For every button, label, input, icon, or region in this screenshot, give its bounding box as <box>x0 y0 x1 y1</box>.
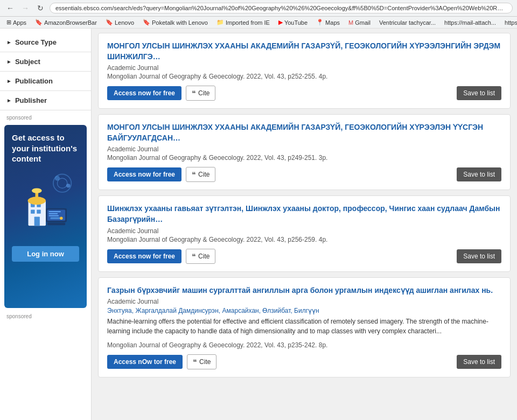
ad-title: Get access to your institution's content <box>12 132 79 164</box>
bookmark-amazon-label: AmazonBrowserBar <box>44 19 97 26</box>
url-text: essentials.ebsco.com/search/eds?query=Mo… <box>55 5 513 11</box>
result-title-1[interactable]: МОНГОЛ УЛСЫН ШИНЖЛЭХ УХААНЫ АКАДЕМИЙН ГА… <box>107 41 501 62</box>
bookmark-mail1-label: https://mail-attach... <box>444 19 496 26</box>
bookmark-ventricular-label: Ventricular tachycar... <box>379 19 436 26</box>
bookmark-amazon[interactable]: 🔖 AmazonBrowserBar <box>33 18 99 27</box>
browser-bar: ← → ↻ essentials.ebsco.com/search/eds?qu… <box>0 0 517 17</box>
bookmark-lenovo[interactable]: 🔖 Lenovo <box>103 18 136 27</box>
filter-publisher[interactable]: ► Publisher <box>0 91 91 110</box>
result-title-4[interactable]: Газрын бүрхэвчийг машин сургалттай ангил… <box>107 285 501 296</box>
bookmark-apps[interactable]: ⊞ Apps <box>4 18 29 27</box>
result-actions-3: Access now for free ❝ Cite Save to list <box>107 249 501 264</box>
bookmark-poketalk-label: Poketalk with Lenovo <box>152 19 208 26</box>
svg-rect-14 <box>47 222 65 225</box>
result-actions-1: Access now for free ❝ Cite Save to list <box>107 86 501 101</box>
filter-publisher-header[interactable]: ► Publisher <box>0 91 91 110</box>
result-type-1: Academic Journal <box>107 64 501 72</box>
save-button-4[interactable]: Save to list <box>457 355 501 369</box>
result-journal-4: Mongolian Journal of Geography & Geoecol… <box>107 341 501 349</box>
svg-point-20 <box>66 184 70 187</box>
filter-subject[interactable]: ► Subject <box>0 52 91 72</box>
svg-point-16 <box>60 216 63 220</box>
access-button-2[interactable]: Access now for free <box>107 167 181 181</box>
svg-rect-4 <box>37 209 40 213</box>
result-author-link-4[interactable]: Энхтуяа, Жаргалдалай Дамдинсурэн, Амарса… <box>107 307 319 314</box>
cite-label-2: Cite <box>198 171 209 178</box>
filter-source-type-header[interactable]: ► Source Type <box>0 33 91 52</box>
bookmarks-bar: ⊞ Apps 🔖 AmazonBrowserBar 🔖 Lenovo 🔖 Pok… <box>0 17 517 29</box>
bookmark-apps-label: Apps <box>13 19 26 26</box>
result-card-2: МОНГОЛ УЛСЫН ШИНЖЛЭХ УХААНЫ АКАДЕМИЙН ГА… <box>98 114 511 190</box>
cite-button-2[interactable]: ❝ Cite <box>186 167 215 182</box>
svg-point-19 <box>54 176 59 180</box>
maps-icon: 📍 <box>316 19 324 26</box>
address-bar[interactable]: essentials.ebsco.com/search/eds?query=Mo… <box>50 3 513 13</box>
ad-illustration <box>12 171 79 241</box>
bookmark-ventricular[interactable]: Ventricular tachycar... <box>377 18 438 27</box>
result-type-3: Academic Journal <box>107 227 501 235</box>
result-actions-left-1: Access now for free ❝ Cite <box>107 86 215 101</box>
filter-source-type[interactable]: ► Source Type <box>0 33 91 52</box>
filter-publisher-label: Publisher <box>15 96 47 104</box>
bookmark-youtube-label: YouTube <box>284 19 308 26</box>
sponsored-bottom-label: sponsored <box>0 310 91 323</box>
back-button[interactable]: ← <box>4 2 16 14</box>
bookmark-mail2-label: https://mail-atta... <box>505 19 517 26</box>
filter-publication-label: Publication <box>15 77 53 85</box>
result-authors-4: Энхтуяа, Жаргалдалай Дамдинсурэн, Амарса… <box>107 306 501 314</box>
bookmark-poketalk[interactable]: 🔖 Poketalk with Lenovo <box>141 18 210 27</box>
amazon-icon: 🔖 <box>35 19 43 26</box>
cite-label-3: Cite <box>198 253 209 260</box>
cite-button-4[interactable]: ❝ Cite <box>187 354 216 369</box>
bookmark-mail2[interactable]: https://mail-atta... <box>502 18 517 27</box>
filter-publication[interactable]: ► Publication <box>0 72 91 91</box>
cite-button-1[interactable]: ❝ Cite <box>186 86 215 101</box>
chevron-right-icon: ► <box>6 39 12 45</box>
bookmark-youtube[interactable]: ▶ YouTube <box>276 18 310 27</box>
bookmark-maps[interactable]: 📍 Maps <box>314 18 342 27</box>
apps-icon: ⊞ <box>6 19 11 26</box>
main-layout: ► Source Type ► Subject ► Publication ► … <box>0 29 517 420</box>
result-title-2[interactable]: МОНГОЛ УЛСЫН ШИНЖЛЭХ УХААНЫ АКАДЕМИЙН ГА… <box>107 122 501 143</box>
result-card-1: МОНГОЛ УЛСЫН ШИНЖЛЭХ УХААНЫ АКАДЕМИЙН ГА… <box>98 33 511 109</box>
access-button-1[interactable]: Access now for free <box>107 86 181 100</box>
forward-button[interactable]: → <box>19 2 31 14</box>
bookmark-imported[interactable]: 📁 Imported from IE <box>214 18 272 27</box>
access-button-3[interactable]: Access now for free <box>107 249 181 263</box>
bookmark-gmail[interactable]: M Gmail <box>346 18 373 27</box>
svg-rect-13 <box>48 215 59 216</box>
sidebar: ► Source Type ► Subject ► Publication ► … <box>0 29 92 420</box>
gmail-icon: M <box>348 19 353 26</box>
sponsored-top-label: sponsored <box>0 110 91 123</box>
lenovo-icon: 🔖 <box>106 19 113 26</box>
result-journal-3: Mongolian Journal of Geography & Geoecol… <box>107 236 501 243</box>
login-now-button[interactable]: Log in now <box>12 246 79 262</box>
filter-subject-header[interactable]: ► Subject <box>0 52 91 71</box>
svg-rect-15 <box>50 217 60 219</box>
cite-icon-2: ❝ <box>192 170 196 179</box>
save-button-1[interactable]: Save to list <box>457 86 501 100</box>
chevron-right-icon-2: ► <box>6 59 12 65</box>
cite-button-3[interactable]: ❝ Cite <box>186 249 215 264</box>
bookmark-lenovo-label: Lenovo <box>115 19 134 26</box>
cite-icon-4: ❝ <box>193 358 197 366</box>
svg-rect-12 <box>48 213 58 214</box>
bookmark-imported-label: Imported from IE <box>226 19 270 26</box>
result-card-3: Шинжлэх ухааны гавьяат зүтгэлтэн, Шинжлэ… <box>98 195 511 271</box>
access-button-4[interactable]: Access nOw tor free <box>107 355 183 369</box>
reload-button[interactable]: ↻ <box>34 2 46 14</box>
result-title-3[interactable]: Шинжлэх ухааны гавьяат зүтгэлтэн, Шинжлэ… <box>107 204 501 225</box>
result-actions-left-3: Access now for free ❝ Cite <box>107 249 215 264</box>
save-button-3[interactable]: Save to list <box>457 249 501 263</box>
poketalk-icon: 🔖 <box>143 19 150 26</box>
bookmark-mail1[interactable]: https://mail-attach... <box>442 18 498 27</box>
cite-icon-1: ❝ <box>192 89 196 97</box>
filter-publication-header[interactable]: ► Publication <box>0 72 91 90</box>
bookmark-gmail-label: Gmail <box>355 19 371 26</box>
chevron-right-icon-3: ► <box>6 78 12 84</box>
result-journal-2: Mongolian Journal of Geography & Geoecol… <box>107 154 501 162</box>
result-type-2: Academic Journal <box>107 145 501 153</box>
result-type-4: Academic Journal <box>107 298 501 305</box>
cite-label-1: Cite <box>198 89 209 97</box>
save-button-2[interactable]: Save to list <box>457 167 501 181</box>
